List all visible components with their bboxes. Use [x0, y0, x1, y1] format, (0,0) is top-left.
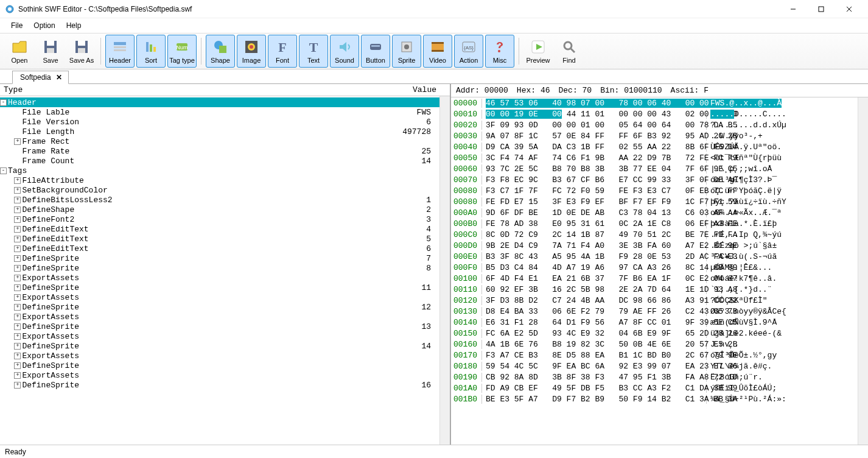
hex-scrollbar[interactable]: [858, 97, 868, 445]
toolbar-text-button[interactable]: TText: [299, 35, 328, 68]
hex-row[interactable]: 000E0B3 3F 8C 43 A5 95 4A 1B F9 28 0E 53…: [451, 251, 858, 262]
toolbar-sprite-button[interactable]: Sprite: [392, 35, 421, 68]
tree-row[interactable]: +DefineSprite7: [0, 253, 439, 263]
expand-icon[interactable]: +: [14, 304, 21, 311]
hex-row[interactable]: 00130D8 E4 BA 33 06 6E F2 79 79 AE FF 26…: [451, 306, 858, 317]
hex-row[interactable]: 00040D9 CA 39 5A DA C3 1B FF 02 55 AA 22…: [451, 141, 858, 152]
minimize-button[interactable]: [779, 0, 807, 18]
expand-icon[interactable]: +: [14, 255, 21, 262]
hex-row[interactable]: 000C08C 0D 72 C9 2C 14 1B 87 49 70 51 2C…: [451, 229, 858, 240]
hex-row[interactable]: 0006093 7C 2E 5C B8 70 B8 3B 3B 77 EE 04…: [451, 163, 858, 174]
expand-icon[interactable]: +: [14, 294, 21, 301]
hex-row[interactable]: 0011060 92 EF 3B 16 2C 5B 98 2E 2A 7D 64…: [451, 284, 858, 295]
menu-option[interactable]: Option: [29, 20, 60, 31]
expand-icon[interactable]: +: [14, 216, 21, 223]
expand-icon[interactable]: +: [14, 284, 21, 291]
tree-row[interactable]: -Header: [0, 97, 439, 107]
tab-close-icon[interactable]: ✕: [56, 73, 62, 82]
tree-row[interactable]: +Frame Rect: [0, 136, 439, 146]
expand-icon[interactable]: +: [14, 362, 21, 369]
tree-row[interactable]: +DefineFont23: [0, 214, 439, 224]
hex-row[interactable]: 001203F D3 8B D2 C7 24 4B AA DC 98 66 86…: [451, 295, 858, 306]
hex-row[interactable]: 0018059 54 4C 5C 9F EA BC 6A 92 E3 99 07…: [451, 361, 858, 372]
tree-row[interactable]: +DefineSprite8: [0, 263, 439, 273]
tree-row[interactable]: File Version6: [0, 117, 439, 127]
hex-row[interactable]: 00170F3 A7 CE B3 8E D5 88 EA B1 1C BD B0…: [451, 350, 858, 361]
hex-row[interactable]: 000503C F4 74 AF 74 C6 F1 9B AA 22 D9 7B…: [451, 152, 858, 163]
tree-row[interactable]: +DefineSprite13: [0, 322, 439, 331]
toolbar-font-button[interactable]: FFont: [268, 35, 297, 68]
hex-row[interactable]: 00190CB 92 8A 8D 3B 8F 38 F3 47 95 F1 3B…: [451, 372, 858, 382]
tree-row[interactable]: +FileAttribute: [0, 175, 439, 185]
hex-row[interactable]: 000203F 09 93 0D 00 00 01 00 05 64 00 64…: [451, 119, 858, 130]
expand-icon[interactable]: +: [14, 138, 21, 145]
expand-icon[interactable]: +: [14, 353, 21, 359]
structure-tree[interactable]: -Header File LableFWS File Version6 File…: [0, 96, 439, 445]
toolbar-header-button[interactable]: Header: [105, 35, 135, 68]
toolbar-misc-button[interactable]: Misc: [485, 35, 514, 68]
hex-row[interactable]: 00140E6 31 F1 28 64 D1 F9 56 A7 8F CC 01…: [451, 317, 858, 328]
document-tab[interactable]: Softpedia ✕: [12, 71, 69, 84]
expand-icon[interactable]: +: [14, 245, 21, 252]
toolbar-button-button[interactable]: Button: [361, 35, 390, 68]
toolbar-sound-button[interactable]: Sound: [330, 35, 359, 68]
toolbar-sort-button[interactable]: Sort: [136, 35, 166, 68]
menu-help[interactable]: Help: [61, 20, 86, 31]
expand-icon[interactable]: +: [14, 372, 21, 379]
maximize-button[interactable]: [807, 0, 835, 18]
hex-row[interactable]: 000F0B5 D3 C4 84 4D A7 19 A6 97 CA A3 26…: [451, 262, 858, 273]
expand-icon[interactable]: +: [14, 333, 21, 340]
tree-row[interactable]: +DefineSprite14: [0, 341, 439, 351]
expand-icon[interactable]: +: [14, 314, 21, 320]
expand-icon[interactable]: +: [14, 187, 21, 194]
tree-row[interactable]: +DefineEditText6: [0, 244, 439, 253]
toolbar-shape-button[interactable]: Shape: [206, 35, 235, 68]
hex-row[interactable]: 0001000 00 19 0E 00 44 11 01 00 00 00 43…: [451, 108, 858, 119]
hex-row[interactable]: 000309A 07 8F 1C 57 0E 84 FF FF 6F B3 92…: [451, 130, 858, 141]
tree-row[interactable]: +DefineSprite12: [0, 302, 439, 312]
hex-row[interactable]: 00070F3 F8 EC 9C B3 67 CF B6 E7 CC 99 33…: [451, 174, 858, 185]
hex-row[interactable]: 000D09B 2E D4 C9 7A 71 F4 A0 3E 3B FA 60…: [451, 240, 858, 251]
tree-row[interactable]: +DefineSprite16: [0, 380, 439, 390]
hex-row[interactable]: 001A0FD A9 CB EF 49 5F DB F5 B3 CC A3 F2…: [451, 382, 858, 393]
toolbar-image-button[interactable]: Image: [237, 35, 266, 68]
hex-row[interactable]: 001006F 4D F4 E1 EA 21 6B 37 7F B6 EA 1F…: [451, 273, 858, 284]
toolbar-video-button[interactable]: Video: [423, 35, 452, 68]
tree-row[interactable]: +DefineSprite: [0, 361, 439, 370]
hex-row[interactable]: 00080FE FD E7 15 3F E3 F9 EF BF F7 EF F9…: [451, 196, 858, 207]
tree-scrollbar[interactable]: [439, 96, 450, 445]
tree-row[interactable]: +ExportAssets: [0, 370, 439, 380]
tree-row[interactable]: +ExportAssets: [0, 331, 439, 341]
tree-row[interactable]: Frame Count14: [0, 156, 439, 166]
toolbar-preview-button[interactable]: Preview: [523, 35, 553, 68]
tree-row[interactable]: +ExportAssets: [0, 292, 439, 302]
expand-icon[interactable]: +: [14, 265, 21, 272]
tree-row[interactable]: +DefineEditText5: [0, 234, 439, 244]
menu-file[interactable]: File: [6, 20, 27, 31]
expand-icon[interactable]: +: [14, 197, 21, 203]
expand-icon[interactable]: +: [14, 206, 21, 213]
tree-row[interactable]: File LableFWS: [0, 107, 439, 117]
tree-row[interactable]: +ExportAssets: [0, 273, 439, 283]
tree-row[interactable]: +SetBackgroundColor: [0, 185, 439, 195]
hex-row[interactable]: 00150FC 6A E2 5D 93 4C E9 32 04 6B E9 9F…: [451, 328, 858, 339]
hex-row[interactable]: 00080F3 C7 1F 7F FC 72 F0 59 FE F3 E3 C7…: [451, 185, 858, 196]
toolbar-action-button[interactable]: {AS}Action: [454, 35, 483, 68]
expand-icon[interactable]: +: [14, 226, 21, 233]
tree-row[interactable]: +DefineSprite11: [0, 283, 439, 292]
tree-row[interactable]: File Length497728: [0, 127, 439, 136]
hex-row[interactable]: 0000046 57 53 06 40 98 07 00 78 00 06 40…: [451, 97, 858, 108]
hex-view[interactable]: 0000046 57 53 06 40 98 07 00 78 00 06 40…: [451, 97, 858, 445]
toolbar-save-button[interactable]: Save: [36, 35, 65, 68]
toolbar-find-button[interactable]: Find: [555, 35, 584, 68]
expand-icon[interactable]: +: [14, 343, 21, 350]
toolbar-saveas-button[interactable]: Save As: [67, 35, 96, 68]
expand-icon[interactable]: +: [14, 177, 21, 184]
expand-icon[interactable]: -: [0, 167, 7, 174]
tree-row[interactable]: +DefineBitsLossLess21: [0, 195, 439, 205]
toolbar-tagtype-button[interactable]: NumTag type: [167, 35, 197, 68]
hex-row[interactable]: 001B0BE E3 5F A7 D9 F7 B2 B9 50 F9 14 B2…: [451, 393, 858, 404]
hex-row[interactable]: 001604A 1B 6E 76 B8 19 82 3C 50 0B 4E 6E…: [451, 339, 858, 350]
toolbar-open-button[interactable]: Open: [5, 35, 34, 68]
expand-icon[interactable]: +: [14, 323, 21, 330]
